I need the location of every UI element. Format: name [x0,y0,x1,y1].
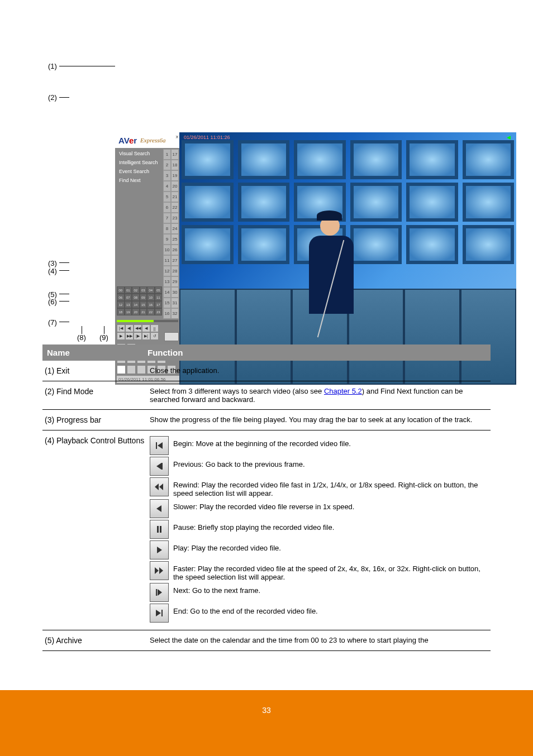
menu-event-search[interactable]: Event Search [117,167,163,176]
chan-16[interactable]: 16 [163,308,171,319]
hour-17[interactable]: 17 [155,301,163,308]
hour-03[interactable]: 03 [140,286,147,294]
svg-marker-11 [159,567,163,574]
row-name-5: (5) Archive [42,630,147,651]
hour-05[interactable]: 05 [155,286,163,294]
menu-find-next[interactable]: Find Next [117,176,163,185]
svg-rect-7 [157,526,159,533]
chan-12[interactable]: 12 [163,266,171,276]
chan-15[interactable]: 15 [163,298,171,308]
chan-21[interactable]: 21 [171,192,179,202]
hour-23[interactable]: 23 [155,308,163,315]
chan-25[interactable]: 25 [171,234,179,245]
hour-07[interactable]: 07 [125,294,132,301]
progress-bar[interactable] [117,320,178,322]
hour-06[interactable]: 06 [117,294,125,301]
hour-grid: 00 01 02 03 04 05 06 07 08 09 10 11 12 [117,286,163,315]
hour-00[interactable]: 00 [117,286,125,294]
chan-7[interactable]: 7 [163,213,171,223]
function-table: Name Function (1) Exit Close the applica… [42,344,491,651]
svg-marker-5 [159,484,163,490]
chan-10[interactable]: 10 [163,245,171,255]
next-icon [150,583,169,602]
svg-marker-1 [158,442,163,449]
hour-18[interactable]: 18 [117,308,125,315]
camera-icon[interactable] [164,332,179,341]
table-row: (3) Progress bar Show the progress of th… [42,410,491,430]
chan-4[interactable]: 4 [163,181,171,192]
chan-19[interactable]: 19 [171,170,179,181]
hour-09[interactable]: 09 [140,294,147,301]
begin-icon [150,436,169,455]
svg-marker-4 [155,484,159,490]
hour-12[interactable]: 12 [117,301,125,308]
hour-14[interactable]: 14 [132,301,140,308]
callout-3: (3) [48,259,57,267]
slower-desc: Slower: Play the recorded video file rev… [173,499,488,511]
prev-icon [150,457,169,476]
pause-button[interactable]: || [150,324,159,332]
chan-22[interactable]: 22 [171,202,179,213]
row-name-4: (4) Playback Control Buttons [42,430,147,630]
table-header: Name Function [42,344,491,361]
end-button[interactable]: ▶| [142,332,150,340]
chan-14[interactable]: 14 [163,287,171,298]
chan-24[interactable]: 24 [171,223,179,234]
menu-visual-search[interactable]: Visual Search [117,149,163,158]
chan-27[interactable]: 27 [171,255,179,266]
chan-26[interactable]: 26 [171,245,179,255]
chapter-link[interactable]: Chapter 5.2 [324,387,362,395]
hour-10[interactable]: 10 [147,294,155,301]
row-func-1: Close the application. [147,361,491,381]
chan-6[interactable]: 6 [163,202,171,213]
chan-28[interactable]: 28 [171,266,179,276]
chan-1[interactable]: 1 [163,149,171,160]
row-name-2: (2) Find Mode [42,381,147,410]
chan-31[interactable]: 31 [171,298,179,308]
hour-16[interactable]: 16 [147,301,155,308]
hour-11[interactable]: 11 [155,294,163,301]
chan-2[interactable]: 2 [163,160,171,170]
begin-button[interactable]: |◀ [117,324,125,332]
chan-29[interactable]: 29 [171,276,179,287]
hour-19[interactable]: 19 [125,308,132,315]
callout-2: (2) [48,93,57,102]
app-header: AVer Express6a × [115,132,183,148]
chan-17[interactable]: 17 [171,149,179,160]
hour-01[interactable]: 01 [125,286,132,294]
chan-5[interactable]: 5 [163,192,171,202]
svg-rect-12 [156,589,157,596]
callout-6: (6) [48,298,57,306]
chan-9[interactable]: 9 [163,234,171,245]
hour-22[interactable]: 22 [147,308,155,315]
hour-21[interactable]: 21 [140,308,147,315]
hour-13[interactable]: 13 [125,301,132,308]
chan-32[interactable]: 32 [171,308,179,319]
play-button[interactable]: ▶ [117,332,125,340]
rewind-button[interactable]: ◀◀ [134,324,142,332]
table-row: (1) Exit Close the application. [42,361,491,381]
hour-08[interactable]: 08 [132,294,140,301]
faster-icon [150,561,169,580]
extra-icon[interactable]: ↺ [150,332,159,340]
row-name-3: (3) Progress bar [42,410,147,430]
chan-11[interactable]: 11 [163,255,171,266]
chan-20[interactable]: 20 [171,181,179,192]
chan-8[interactable]: 8 [163,223,171,234]
hour-02[interactable]: 02 [132,286,140,294]
chan-3[interactable]: 3 [163,170,171,181]
hour-20[interactable]: 20 [132,308,140,315]
chan-18[interactable]: 18 [171,160,179,170]
prev-button[interactable]: ◀| [125,324,134,332]
chan-23[interactable]: 23 [171,213,179,223]
next-desc: Next: Go to the next frame. [173,583,488,595]
table-row: (2) Find Mode Select from 3 different wa… [42,381,491,410]
chan-13[interactable]: 13 [163,276,171,287]
hour-04[interactable]: 04 [147,286,155,294]
slower-button[interactable]: ◀ [142,324,150,332]
menu-intelligent-search[interactable]: Intelligent Search [117,158,163,167]
hour-15[interactable]: 15 [140,301,147,308]
faster-button[interactable]: ▶▶ [125,332,134,340]
chan-30[interactable]: 30 [171,287,179,298]
next-button[interactable]: |▶ [134,332,142,340]
